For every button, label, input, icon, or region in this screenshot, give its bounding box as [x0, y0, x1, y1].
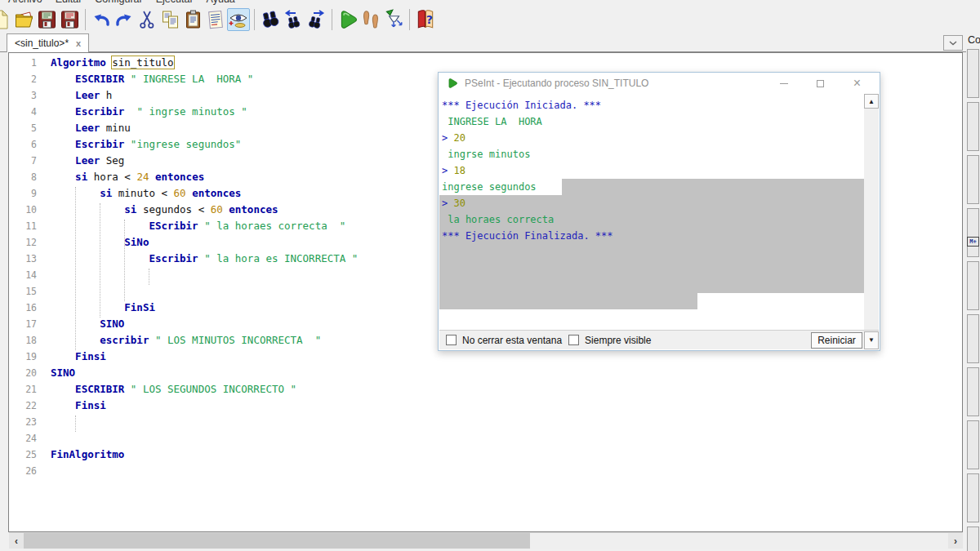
scroll-down-arrow-icon[interactable]: ▼: [864, 331, 879, 349]
console-output[interactable]: *** Ejecución Iniciada. *** INGRESE LA H…: [439, 94, 864, 330]
always-visible-checkbox[interactable]: [568, 335, 579, 345]
line-number: 18: [9, 332, 43, 349]
command-button-clipped[interactable]: [967, 261, 979, 310]
chevron-down-icon: [949, 41, 957, 46]
command-button-clipped[interactable]: [967, 527, 979, 551]
find-prev-icon[interactable]: [282, 8, 305, 31]
indent-guide: [124, 220, 125, 301]
scroll-up-arrow-icon[interactable]: ▲: [864, 94, 879, 109]
tab-close-icon[interactable]: x: [76, 38, 81, 48]
menu-bar: ArchivoEditarConfigurarEjecutarAyuda: [0, 0, 980, 6]
scroll-right-arrow-icon[interactable]: ›: [948, 533, 963, 549]
console-line: *** Ejecución Iniciada. ***: [439, 97, 864, 113]
left-margin: [0, 52, 8, 549]
line-number: 1: [9, 55, 43, 71]
undo-icon[interactable]: [90, 8, 113, 31]
line-number: 22: [9, 398, 43, 414]
code-line[interactable]: ESCRIBIR " LOS SEGUNDOS INCORRECTO ": [43, 381, 962, 398]
console-line: la horaes correcta: [439, 211, 864, 228]
command-button-clipped[interactable]: [967, 473, 979, 522]
line-number: 20: [9, 365, 43, 381]
menu-item-editar[interactable]: Editar: [49, 0, 89, 5]
line-number: 11: [9, 218, 43, 234]
console-line: ingrse minutos: [439, 146, 864, 162]
indent-guide: [100, 203, 100, 318]
command-button-clipped[interactable]: [967, 367, 979, 416]
console-title-bar[interactable]: PSeInt - Ejecutando proceso SIN_TITULO ×: [439, 73, 880, 94]
save-icon[interactable]: [35, 8, 58, 31]
code-line[interactable]: [43, 414, 962, 430]
run-step-icon[interactable]: [359, 8, 382, 31]
find-next-icon[interactable]: [305, 8, 327, 31]
code-line[interactable]: Finsi: [43, 398, 962, 414]
line-number: 6: [9, 136, 43, 153]
syntax-highlight-icon[interactable]: [227, 8, 250, 31]
code-line[interactable]: [43, 463, 962, 479]
line-number: 23: [9, 414, 43, 430]
horizontal-scrollbar[interactable]: ‹ ›: [9, 532, 963, 549]
console-footer: No cerrar esta ventana Siempre visible R…: [439, 330, 879, 349]
no-close-checkbox[interactable]: [446, 335, 457, 345]
code-line[interactable]: [43, 430, 962, 447]
code-line[interactable]: Finsi: [43, 349, 962, 365]
horizontal-scrollbar-thumb[interactable]: [24, 533, 530, 549]
code-line[interactable]: Algoritmo sin_titulo: [43, 55, 962, 71]
command-button-clipped[interactable]: [967, 155, 979, 204]
console-window-title: PSeInt - Ejecutando proceso SIN_TITULO: [465, 78, 765, 89]
console-line: *** Ejecución Finalizada. ***: [439, 228, 864, 244]
redo-icon[interactable]: [113, 8, 136, 31]
console-line: > 20: [439, 130, 864, 146]
menu-item-configurar[interactable]: Configurar: [88, 0, 149, 5]
menu-item-ayuda[interactable]: Ayuda: [200, 0, 242, 5]
no-close-label: No cerrar esta ventana: [462, 335, 562, 346]
open-file-icon[interactable]: [12, 8, 35, 31]
restart-button[interactable]: Reiniciar: [811, 332, 862, 349]
pseint-logo-icon: [447, 78, 458, 89]
menu-item-archivo[interactable]: Archivo: [2, 0, 49, 5]
help-icon[interactable]: ?: [414, 8, 437, 31]
indent-guide: [75, 415, 76, 432]
always-visible-label: Siempre visible: [585, 335, 651, 346]
minimize-button[interactable]: [765, 73, 802, 94]
code-line[interactable]: FinAlgoritmo: [43, 447, 962, 463]
line-number: 15: [9, 283, 43, 300]
line-number: 9: [9, 185, 43, 202]
flow-diagram-icon[interactable]: [382, 8, 405, 31]
line-number: 16: [9, 300, 43, 316]
operator-button-icon[interactable]: M+: [967, 237, 979, 247]
line-number: 25: [9, 447, 43, 463]
console-line: > 30: [439, 195, 864, 211]
new-file-icon[interactable]: [0, 8, 12, 31]
command-button-clipped[interactable]: [967, 49, 979, 98]
command-button-clipped[interactable]: [967, 208, 979, 257]
line-number: 26: [9, 463, 43, 479]
paste-icon[interactable]: [181, 8, 204, 31]
maximize-button[interactable]: [802, 73, 839, 94]
console-vertical-scrollbar[interactable]: ▲: [864, 94, 879, 330]
menu-item-ejecutar[interactable]: Ejecutar: [149, 0, 200, 5]
save-as-icon[interactable]: [58, 8, 81, 31]
line-number: 19: [9, 349, 43, 365]
line-number: 7: [9, 153, 43, 169]
tab-list-dropdown[interactable]: [943, 35, 963, 51]
toolbar-separator: [85, 9, 86, 30]
command-button-clipped[interactable]: [967, 314, 979, 363]
tab-sin-titulo[interactable]: <sin_titulo>* x: [7, 33, 89, 52]
menu-items: ArchivoEditarConfigurarEjecutarAyuda: [2, 0, 242, 6]
indent-guide: [75, 187, 76, 350]
cut-icon[interactable]: [136, 8, 158, 31]
format-source-icon[interactable]: [204, 8, 227, 31]
scroll-left-arrow-icon[interactable]: ‹: [9, 533, 24, 549]
indent-guide: [149, 269, 149, 285]
find-icon[interactable]: [259, 8, 282, 31]
code-line[interactable]: SINO: [43, 365, 962, 381]
copy-icon[interactable]: [158, 8, 181, 31]
close-button[interactable]: ×: [839, 73, 875, 94]
command-button-clipped[interactable]: [967, 102, 979, 151]
line-number-gutter: 1234567891011121314151617181920212223242…: [9, 55, 43, 479]
run-icon[interactable]: [336, 8, 359, 31]
line-number: 24: [9, 430, 43, 447]
command-button-clipped[interactable]: [967, 420, 979, 469]
toolbar: ?: [0, 6, 980, 33]
line-number: 8: [9, 169, 43, 185]
